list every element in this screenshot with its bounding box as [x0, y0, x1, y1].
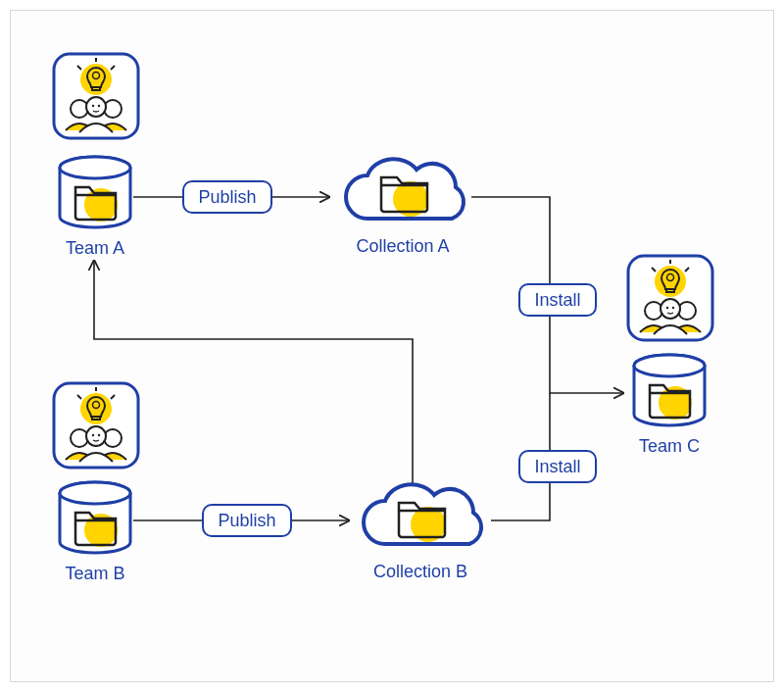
- collection-a-label: Collection A: [344, 236, 462, 257]
- collection-a-cloud-icon: [334, 154, 471, 232]
- team-c-label: Team C: [630, 436, 709, 457]
- team-c-database-icon: [630, 354, 709, 432]
- team-a-people-icon: [52, 52, 140, 140]
- publish-a-pill: Publish: [182, 180, 272, 214]
- install-a-pill: Install: [518, 283, 597, 317]
- publish-b-pill: Publish: [202, 504, 292, 537]
- team-a-label: Team A: [56, 238, 134, 259]
- collection-b-label: Collection B: [362, 562, 479, 582]
- team-b-label: Team B: [56, 564, 134, 584]
- team-b-people-icon: [52, 381, 140, 470]
- diagram-frame: Team A Team B Team C Collection A Collec…: [10, 10, 774, 682]
- collection-b-cloud-icon: [352, 479, 489, 558]
- team-c-people-icon: [626, 254, 714, 342]
- team-a-database-icon: [56, 156, 134, 234]
- team-b-database-icon: [56, 481, 134, 560]
- install-b-pill: Install: [518, 450, 597, 483]
- diagram-canvas: Team A Team B Team C Collection A Collec…: [11, 11, 773, 681]
